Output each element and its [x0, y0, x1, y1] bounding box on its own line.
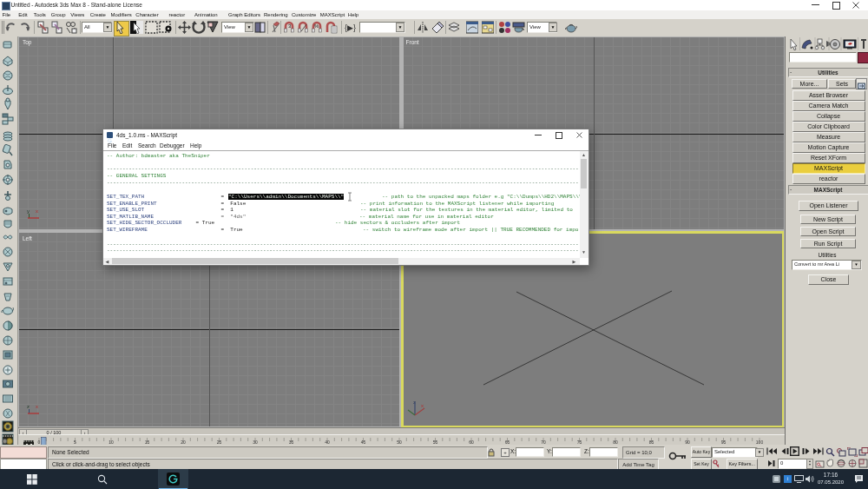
svg-text:z: z: [27, 404, 30, 409]
svg-text:x: x: [36, 404, 38, 409]
svg-text:y: y: [27, 208, 30, 214]
svg-text:%: %: [314, 23, 319, 29]
svg-text:x: x: [36, 208, 38, 214]
svg-text:{▶}: {▶}: [345, 23, 356, 32]
svg-text:x: x: [421, 403, 424, 408]
